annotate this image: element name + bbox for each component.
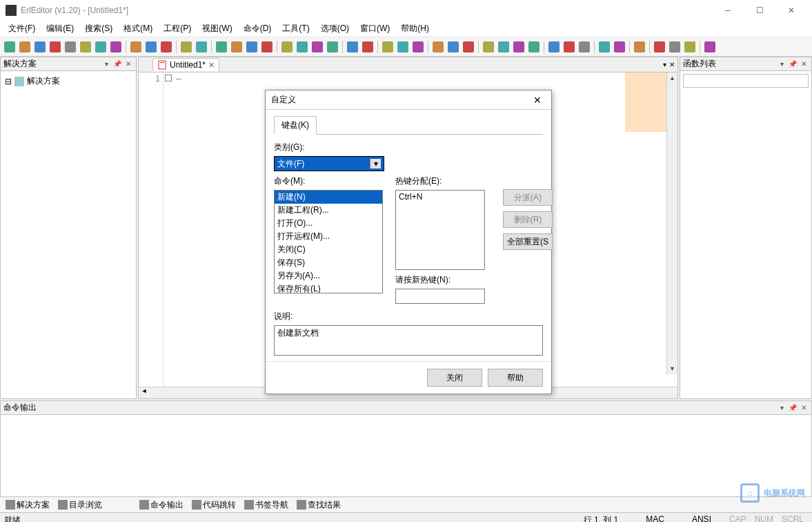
scroll-down-icon[interactable]: ▼	[667, 363, 677, 374]
toolbar-help-button[interactable]	[653, 40, 666, 54]
menu-p[interactable]: 工程(P)	[158, 21, 197, 37]
command-item[interactable]: 保存(S)	[275, 256, 382, 269]
scroll-up-icon[interactable]: ▲	[667, 72, 677, 84]
panel-dropdown-icon[interactable]: ▾	[101, 59, 111, 69]
bottom-tab-browse[interactable]: 目录浏览	[55, 498, 105, 512]
dropdown-arrow-icon[interactable]: ▾	[370, 159, 381, 168]
command-item[interactable]: 打开(O)...	[275, 217, 382, 230]
panel-pin-icon[interactable]: 📌	[788, 59, 798, 69]
vertical-scrollbar[interactable]: ▲ ▼	[666, 72, 677, 374]
category-dropdown[interactable]: 文件(F) ▾	[274, 156, 384, 171]
toolbar-new-proj-button[interactable]	[18, 40, 32, 54]
dialog-help-btn[interactable]: 帮助	[488, 369, 543, 387]
menu-o[interactable]: 选项(O)	[315, 21, 355, 37]
tab-dropdown-icon[interactable]: ▾	[663, 61, 666, 68]
panel-close-icon[interactable]: ✕	[799, 403, 809, 413]
toolbar-recent-button[interactable]	[63, 40, 77, 54]
toolbar-replace-button[interactable]	[326, 40, 339, 54]
toolbar-open-button[interactable]	[33, 40, 47, 54]
menu-t[interactable]: 工具(T)	[277, 21, 315, 37]
close-button[interactable]: ✕	[776, 1, 806, 20]
minimize-button[interactable]: ─	[713, 1, 743, 20]
bottom-tab-jump[interactable]: 代码跳转	[189, 498, 239, 512]
menu-m[interactable]: 格式(M)	[118, 21, 158, 37]
toolbar-save-all-button[interactable]	[109, 40, 123, 54]
bottom-tab-output[interactable]: 命令输出	[137, 498, 186, 512]
toolbar-run-button[interactable]	[346, 40, 359, 54]
toolbar-copy-button[interactable]	[144, 40, 158, 54]
tree-root-item[interactable]: ⊟ 解决方案	[3, 74, 133, 88]
hotkey-value[interactable]: Ctrl+N	[399, 192, 482, 202]
toolbar-home-button[interactable]	[668, 40, 682, 54]
toolbar-list-button[interactable]	[431, 40, 445, 54]
toolbar-menu-button[interactable]	[703, 40, 717, 54]
toolbar-update-button[interactable]	[562, 40, 576, 54]
toolbar-tool3-button[interactable]	[577, 40, 591, 54]
new-hotkey-input[interactable]	[395, 289, 485, 304]
toolbar-grid-button[interactable]	[446, 40, 460, 54]
maximize-button[interactable]: ☐	[744, 1, 775, 20]
menu-w[interactable]: 窗口(W)	[355, 21, 395, 37]
toolbar-bookmark-button[interactable]	[260, 40, 274, 54]
menu-s[interactable]: 搜索(S)	[79, 21, 118, 37]
toolbar-view1-button[interactable]	[597, 40, 611, 54]
menu-f[interactable]: 文件(F)	[3, 21, 41, 37]
command-item[interactable]: 新建工程(R)...	[275, 204, 382, 217]
bottom-tab-solution[interactable]: 解决方案	[3, 498, 52, 512]
toolbar-debug-button[interactable]	[361, 40, 375, 54]
toolbar-doc-button[interactable]	[683, 40, 697, 54]
toolbar-pen-x-button[interactable]	[527, 40, 541, 54]
command-item[interactable]: 打开远程(M)...	[275, 230, 382, 243]
menu-e[interactable]: 编辑(E)	[41, 21, 79, 37]
toolbar-remote-button[interactable]	[79, 40, 92, 54]
bottom-tab-bookmark[interactable]: 书签导航	[241, 498, 291, 512]
dialog-close-button[interactable]: ✕	[529, 92, 546, 108]
editor-tab[interactable]: Untitled1* ✕	[152, 58, 219, 71]
fold-marker[interactable]	[165, 75, 172, 81]
toolbar-comment-button[interactable]	[215, 40, 228, 54]
toolbar-indent-right-button[interactable]	[245, 40, 259, 54]
toolbar-pilcrow-button[interactable]	[411, 40, 425, 54]
toolbar-panel1-button[interactable]	[381, 40, 395, 54]
toolbar-find-next-button[interactable]	[295, 40, 309, 54]
toolbar-pen-green-button[interactable]	[512, 40, 526, 54]
toolbar-find-prev-button[interactable]	[310, 40, 324, 54]
toolbar-check-button[interactable]	[462, 40, 475, 54]
panel-dropdown-icon[interactable]: ▾	[777, 403, 786, 413]
solution-tree[interactable]: ⊟ 解决方案	[1, 71, 136, 91]
menu-w[interactable]: 视图(W)	[197, 21, 237, 37]
fold-column[interactable]	[164, 72, 173, 387]
toolbar-cut-button[interactable]	[129, 40, 143, 54]
tab-close-icon[interactable]: ✕	[208, 61, 215, 70]
remove-button[interactable]: 删除(R)	[503, 211, 553, 228]
toolbar-find-button[interactable]	[280, 40, 294, 54]
toolbar-paste-button[interactable]	[159, 40, 173, 54]
command-item[interactable]: 保存所有(L)	[275, 282, 382, 293]
panel-close-icon[interactable]: ✕	[123, 59, 133, 69]
menu-h[interactable]: 帮助(H)	[395, 21, 435, 37]
assign-button[interactable]: 分派(A)	[503, 189, 553, 206]
bottom-tab-search[interactable]: 查找结果	[294, 498, 344, 512]
toolbar-save-button[interactable]	[94, 40, 108, 54]
panel-close-icon[interactable]: ✕	[799, 59, 809, 69]
scroll-left-icon[interactable]: ◄	[139, 387, 150, 398]
toolbar-config-button[interactable]	[633, 40, 646, 54]
toolbar-indent-left-button[interactable]	[230, 40, 244, 54]
toolbar-wrap-button[interactable]	[396, 40, 410, 54]
output-body[interactable]	[1, 415, 811, 496]
toolbar-pen-blue-button[interactable]	[482, 40, 495, 54]
panel-dropdown-icon[interactable]: ▾	[777, 59, 786, 69]
command-item[interactable]: 另存为(A)...	[275, 269, 382, 282]
menu-d[interactable]: 命令(D)	[238, 21, 277, 37]
toolbar-view2-button[interactable]	[613, 40, 626, 54]
toolbar-new-button[interactable]	[3, 40, 17, 54]
panel-pin-icon[interactable]: 📌	[788, 403, 798, 413]
keyboard-tab[interactable]: 键盘(K)	[274, 116, 317, 135]
toolbar-open-folder-button[interactable]	[48, 40, 62, 54]
commands-listbox[interactable]: 新建(N)新建工程(R)...打开(O)...打开远程(M)...关闭(C)保存…	[274, 190, 383, 293]
command-item[interactable]: 新建(N)	[275, 191, 382, 204]
dialog-titlebar[interactable]: 自定义 ✕	[266, 90, 551, 110]
panel-pin-icon[interactable]: 📌	[112, 59, 122, 69]
toolbar-undo-button[interactable]	[179, 40, 193, 54]
hotkey-listbox[interactable]: Ctrl+N	[395, 190, 485, 270]
